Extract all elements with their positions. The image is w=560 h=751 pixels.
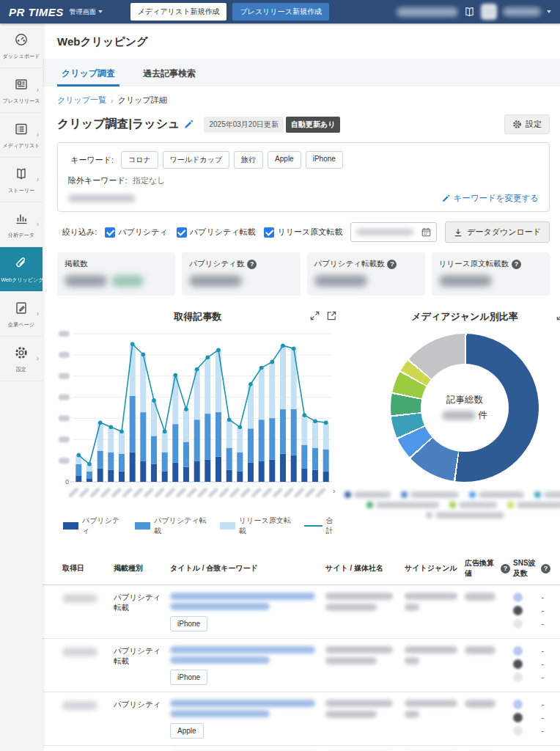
- edit-pencil-icon[interactable]: [184, 120, 194, 129]
- checkbox-checked-icon[interactable]: [264, 227, 274, 238]
- sns-service-icon: [513, 659, 523, 669]
- media-company-blurred: [325, 604, 377, 611]
- stat-card: パブリシティ転載数 ?: [307, 252, 425, 296]
- checkbox-label: リリース原文転載: [277, 227, 342, 238]
- help-icon[interactable]: ?: [512, 260, 521, 269]
- date-value-blurred: [356, 229, 413, 235]
- sns-service-icon: [513, 593, 523, 602]
- keyword-tag: 旅行: [234, 151, 263, 169]
- sns-service-icon: [513, 713, 523, 722]
- exclude-keyword-label: 除外キーワード:: [68, 176, 128, 185]
- column-header: 掲載種別: [114, 552, 170, 585]
- chevron-right-icon: ›: [37, 354, 39, 362]
- export-image-icon[interactable]: [326, 310, 337, 321]
- article-title-link-blurred[interactable]: [170, 710, 270, 717]
- sidebar-item-label: 企業ページ: [1, 321, 41, 329]
- date-range-input[interactable]: [350, 222, 437, 242]
- tab-bar: クリップ調査 過去記事検索: [43, 59, 560, 87]
- ad-value-blurred: [465, 646, 495, 654]
- donut-legend-item-blurred: [366, 502, 439, 508]
- change-keywords-label: キーワードを変更する: [453, 193, 539, 204]
- book-icon[interactable]: [464, 7, 475, 17]
- column-header: SNS波及数 ?: [513, 552, 553, 585]
- admin-menu[interactable]: 管理画面: [70, 7, 103, 17]
- sidebar-item-press-release[interactable]: プレスリリース ›: [0, 68, 43, 113]
- checkbox-checked-icon[interactable]: [177, 227, 187, 238]
- sidebar-item-analytics[interactable]: 分析データ ›: [0, 202, 43, 247]
- table-header: 取得日 掲載種別 タイトル / 合致キーワード サイト / 媒体社名 サイトジャ…: [43, 552, 560, 585]
- keyword-label: キーワード:: [68, 155, 114, 166]
- date-blurred: [62, 594, 97, 603]
- keyword-tag: iPhone: [306, 151, 343, 169]
- site-genre-blurred: [405, 604, 419, 611]
- articles-bar-chart[interactable]: 0›: [57, 325, 339, 513]
- article-title-link-blurred[interactable]: [170, 603, 270, 610]
- svg-text:0: 0: [65, 478, 69, 486]
- filter-checkbox[interactable]: パブリシティ: [105, 227, 168, 238]
- help-icon[interactable]: ?: [387, 260, 397, 269]
- data-download-button[interactable]: データダウンロード: [445, 221, 550, 243]
- keyword-tag: Apple: [268, 151, 301, 169]
- story-icon: [14, 171, 29, 183]
- expand-icon[interactable]: [556, 310, 560, 321]
- donut-center: 記事総数 件: [421, 364, 509, 452]
- media-company-blurred: [325, 711, 377, 718]
- table-row[interactable]: パブリシティ転載 iPhone - -: [43, 585, 560, 639]
- sidebar-item-media-list[interactable]: メディアリスト ›: [0, 113, 43, 158]
- filter-checkbox[interactable]: パブリシティ転載: [177, 227, 256, 238]
- checkbox-label: パブリシティ: [118, 227, 168, 238]
- filter-checkboxes: パブリシティ パブリシティ転載 リリース原文転載: [105, 227, 342, 238]
- help-icon[interactable]: ?: [247, 260, 257, 269]
- chevron-down-icon[interactable]: [547, 10, 551, 13]
- genre-chart-title: メディアジャンル別比率: [345, 310, 560, 325]
- sidebar-item-web-clipping[interactable]: Webクリッピング: [0, 247, 43, 292]
- article-title-link-blurred[interactable]: [170, 656, 270, 664]
- matched-keyword-tag: Apple: [170, 723, 204, 739]
- avatar[interactable]: [481, 4, 497, 20]
- sidebar-item-label: Webクリッピング: [1, 276, 41, 284]
- breadcrumb-separator: ›: [111, 96, 114, 105]
- updated-date-badge: 2025年03月20日更新: [204, 117, 284, 133]
- dashboard-icon: [14, 37, 29, 49]
- checkbox-checked-icon[interactable]: [105, 227, 115, 238]
- company-name-blurred: [397, 7, 458, 17]
- table-row[interactable]: パブリシティ Apple - -: [43, 692, 560, 746]
- stat-value-secondary-blurred: [111, 275, 144, 287]
- settings-button[interactable]: 設定: [504, 114, 550, 134]
- sidebar-item-settings[interactable]: 設定 ›: [0, 337, 43, 381]
- sns-count: -: [542, 727, 544, 735]
- site-genre-blurred: [405, 646, 457, 653]
- sidebar-item-company-page[interactable]: 企業ページ ›: [0, 292, 43, 337]
- calendar-icon[interactable]: [421, 227, 431, 237]
- table-row[interactable]: パブリシティ転載 iPhone - -: [43, 639, 560, 692]
- keyword-panel: キーワード: コロナワールドカップ旅行AppleiPhone 除外キーワード: …: [57, 142, 550, 212]
- article-title-link-blurred[interactable]: [170, 646, 315, 653]
- company-page-icon: [14, 305, 29, 318]
- stat-value-blurred: [439, 275, 492, 287]
- tab-past-article-search[interactable]: 過去記事検索: [139, 59, 200, 87]
- expand-icon[interactable]: [309, 310, 320, 321]
- sns-count: -: [542, 714, 544, 722]
- matched-keyword-tag: iPhone: [170, 670, 207, 685]
- create-media-list-button[interactable]: メディアリスト新規作成: [130, 3, 227, 21]
- create-press-release-button[interactable]: プレスリリース新規作成: [232, 3, 328, 21]
- article-title-link-blurred[interactable]: [170, 700, 315, 707]
- help-icon[interactable]: ?: [541, 564, 550, 574]
- article-title-link-blurred[interactable]: [170, 593, 315, 600]
- chevron-right-icon: ›: [37, 309, 39, 318]
- stat-value-blurred: [314, 275, 367, 287]
- legend-item: パブリシティ: [63, 516, 122, 536]
- help-icon[interactable]: ?: [501, 564, 510, 574]
- change-keywords-link[interactable]: キーワードを変更する: [442, 193, 539, 204]
- sidebar-item-dashboard[interactable]: ダッシュボード: [0, 23, 43, 68]
- table-row[interactable]: パブリシティ転載 AppleiPhone - -: [43, 746, 560, 751]
- breadcrumb-clip-list[interactable]: クリップ一覧: [57, 95, 106, 106]
- ad-value-blurred: [465, 593, 495, 601]
- sidebar-item-story[interactable]: ストーリー ›: [0, 158, 43, 202]
- checkbox-label: パブリシティ転載: [190, 227, 256, 238]
- chevron-down-icon: [98, 10, 103, 13]
- filter-checkbox[interactable]: リリース原文転載: [264, 227, 342, 238]
- genre-donut-chart[interactable]: 記事総数 件: [391, 334, 539, 482]
- download-icon: [454, 228, 463, 237]
- tab-clip-survey[interactable]: クリップ調査: [57, 59, 119, 87]
